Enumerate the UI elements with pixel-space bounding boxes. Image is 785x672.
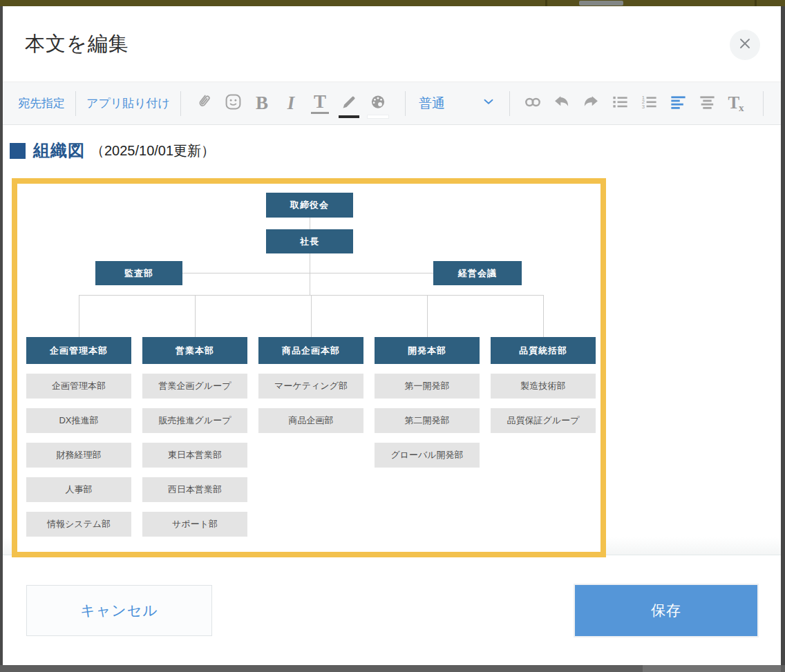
department-box: 第二開発部 [375, 408, 480, 433]
background-color-icon [369, 93, 387, 114]
department-box: 西日本営業部 [142, 477, 247, 502]
connector-line [310, 218, 310, 229]
toolbar-divider [405, 91, 406, 116]
align-center-icon [698, 93, 717, 114]
org-division-column: 商品企画本部マーケティング部商品企画部 [258, 337, 363, 433]
department-box: 東日本営業部 [142, 443, 247, 468]
department-box: 第一開発部 [375, 374, 480, 399]
cancel-button-label: キャンセル [80, 601, 158, 620]
emoji-icon [224, 93, 243, 114]
attach-icon [195, 93, 214, 114]
align-center-button[interactable] [694, 88, 719, 119]
toolbar-divider [509, 91, 510, 116]
close-button[interactable] [730, 30, 760, 60]
numbered-list-button[interactable]: 123 [636, 88, 661, 119]
department-box: サポート部 [142, 512, 247, 537]
clear-format-icon: Tx [728, 94, 744, 113]
italic-button[interactable]: I [278, 88, 303, 119]
document-heading: 組織図 （2025/10/01更新） [10, 138, 215, 163]
department-box: グローバル開発部 [375, 443, 480, 468]
toolbar-divider [180, 91, 181, 116]
underline-button[interactable]: T [308, 88, 332, 119]
background-page-fragment [579, 1, 623, 6]
connector-line [79, 295, 79, 337]
background-top-bar-seam [755, 0, 757, 6]
app-paste-button[interactable]: アプリ貼り付け [86, 95, 170, 111]
department-box: DX推進部 [26, 408, 131, 433]
text-color-button[interactable] [337, 88, 361, 119]
org-division-column: 品質統括部製造技術部品質保証グループ [491, 337, 596, 433]
link-button[interactable] [520, 88, 545, 119]
toolbar-divider [763, 91, 764, 116]
org-box-board: 取締役会 [266, 193, 353, 218]
undo-button[interactable] [549, 88, 574, 119]
background-top-bar-seam [545, 0, 547, 6]
division-header-box: 営業本部 [142, 337, 247, 364]
close-icon [738, 37, 752, 53]
link-icon [523, 93, 542, 115]
department-box: 営業企画グループ [142, 374, 247, 399]
save-button[interactable]: 保存 [575, 585, 757, 636]
background-right-edge [781, 6, 785, 672]
emoji-button[interactable] [220, 88, 245, 119]
division-header-box: 開発本部 [375, 337, 480, 364]
heading-bullet-square [10, 143, 26, 159]
department-box: 販売推進グループ [142, 408, 247, 433]
save-button-label: 保存 [651, 601, 681, 620]
connector-line [182, 273, 433, 273]
bullet-list-button[interactable] [607, 88, 632, 119]
org-division-column: 営業本部営業企画グループ販売推進グループ東日本営業部西日本営業部サポート部 [142, 337, 247, 537]
org-division-column: 開発本部第一開発部第二開発部グローバル開発部 [375, 337, 480, 468]
org-chart-image[interactable]: 取締役会 社長 監査部 経営会議 企画管理本部企画管理本部DX推進部財務経理部人… [12, 178, 606, 557]
svg-text:3: 3 [641, 104, 644, 110]
department-box: 製造技術部 [491, 374, 596, 399]
underline-icon: T [311, 93, 329, 114]
text-color-swatch [339, 115, 359, 118]
bold-button[interactable]: B [249, 88, 274, 119]
align-left-button[interactable] [665, 88, 690, 119]
background-color-button[interactable] [366, 88, 390, 119]
connector-line [310, 253, 310, 295]
toolbar-divider [75, 91, 76, 116]
redo-button[interactable] [578, 88, 603, 119]
department-box: 情報システム部 [26, 512, 131, 537]
background-top-bar [0, 0, 785, 6]
connector-line [543, 295, 544, 337]
heading-text: 組織図 [33, 140, 85, 162]
clear-format-button[interactable]: Tx [723, 88, 748, 119]
modal-title: 本文を編集 [25, 30, 129, 58]
cancel-button[interactable]: キャンセル [26, 585, 212, 636]
recipient-button[interactable]: 宛先指定 [18, 95, 65, 111]
editor-toolbar: 宛先指定 アプリ貼り付け B I T 普通 [3, 81, 781, 125]
numbered-list-icon: 123 [640, 93, 659, 114]
department-box: 人事部 [26, 477, 131, 502]
org-box-management-meeting: 経営会議 [433, 261, 522, 285]
department-box: 企画管理本部 [26, 374, 131, 399]
department-box: マーケティング部 [258, 374, 363, 399]
department-box: 財務経理部 [26, 443, 131, 468]
italic-icon: I [287, 94, 295, 113]
connector-line [311, 295, 312, 337]
text-color-icon [340, 93, 358, 114]
bullet-list-icon [611, 93, 630, 114]
heading-update-note: （2025/10/01更新） [91, 142, 215, 160]
org-chart-canvas: 取締役会 社長 監査部 経営会議 企画管理本部企画管理本部DX推進部財務経理部人… [17, 184, 600, 552]
org-box-president: 社長 [266, 229, 353, 253]
department-box: 商品企画部 [258, 408, 363, 433]
chevron-down-icon [481, 94, 496, 113]
align-left-icon [669, 93, 688, 114]
division-header-box: 商品企画本部 [258, 337, 363, 364]
connector-line [427, 295, 428, 337]
paragraph-format-select[interactable]: 普通 [419, 94, 496, 113]
bold-icon: B [256, 94, 268, 113]
background-bottom-bar-segment [643, 665, 781, 672]
org-division-column: 企画管理本部企画管理本部DX推進部財務経理部人事部情報システム部 [26, 337, 131, 537]
redo-icon [581, 93, 600, 115]
department-box: 品質保証グループ [491, 408, 596, 433]
org-box-audit: 監査部 [95, 261, 182, 285]
undo-icon [552, 93, 571, 115]
connector-line [195, 295, 196, 337]
division-header-box: 品質統括部 [491, 337, 596, 364]
attach-button[interactable] [191, 88, 216, 119]
paragraph-format-value: 普通 [419, 95, 445, 113]
